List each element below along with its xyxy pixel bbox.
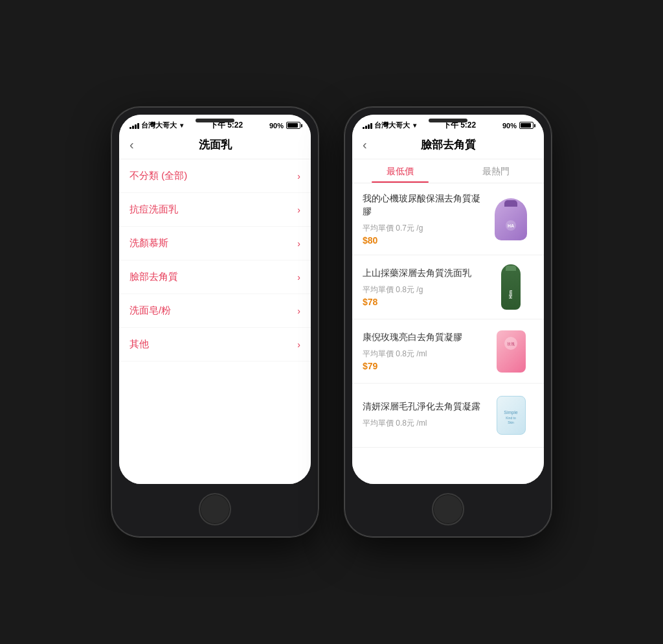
category-name: 不分類 (全部) xyxy=(129,170,187,182)
product-image-2: Him xyxy=(488,264,534,310)
back-button-1[interactable]: ‹ xyxy=(129,137,149,152)
status-right-1: 90% xyxy=(269,122,300,130)
svg-text:Skin: Skin xyxy=(508,420,514,424)
category-list: 不分類 (全部) › 抗痘洗面乳 › 洗顏慕斯 › 臉部去角質 › 洗面皂/粉 … xyxy=(119,159,311,484)
category-arrow: › xyxy=(297,306,300,316)
category-arrow: › xyxy=(297,171,300,181)
product-info: 康倪玫瑰亮白去角質凝膠 平均單價 0.8元 /ml $79 xyxy=(363,331,480,372)
product-price: $78 xyxy=(363,297,480,307)
battery-icon-1 xyxy=(286,122,300,129)
phone-2: 台灣大哥大 ▾ 下午 5:22 90% ‹ 臉部去角質 最低價 最熱門 xyxy=(344,107,552,537)
product-unit: 平均單價 0.8元 /g xyxy=(363,284,480,295)
product-unit: 平均單價 0.8元 /ml xyxy=(363,418,480,429)
svg-text:玫瑰: 玫瑰 xyxy=(507,342,515,346)
time-2: 下午 5:22 xyxy=(443,120,476,131)
category-name: 洗顏慕斯 xyxy=(129,237,168,249)
status-bar-1: 台灣大哥大 ▾ 下午 5:22 90% xyxy=(119,115,311,133)
product-thumbnail-white: Simple Kind to Skin xyxy=(497,396,526,435)
product-thumbnail-green: Him xyxy=(501,264,521,310)
status-left-2: 台灣大哥大 ▾ xyxy=(363,121,416,130)
product-thumbnail-purple: HA xyxy=(495,198,527,240)
wifi-icon-2: ▾ xyxy=(413,122,416,129)
product-item[interactable]: 清妍深層毛孔淨化去角質凝露 平均單價 0.8元 /ml Simple Kind … xyxy=(352,384,544,448)
category-name: 洗面皂/粉 xyxy=(129,305,171,317)
product-info: 清妍深層毛孔淨化去角質凝露 平均單價 0.8元 /ml xyxy=(363,400,480,431)
category-name: 臉部去角質 xyxy=(129,271,178,283)
nav-title-1: 洗面乳 xyxy=(149,137,281,152)
category-item[interactable]: 其他 › xyxy=(119,328,311,362)
product-name: 清妍深層毛孔淨化去角質凝露 xyxy=(363,400,480,413)
phone-2-screen: 台灣大哥大 ▾ 下午 5:22 90% ‹ 臉部去角質 最低價 最熱門 xyxy=(352,115,544,484)
carrier-2: 台灣大哥大 xyxy=(374,121,410,130)
home-button-1[interactable] xyxy=(199,493,231,525)
tab-lowest-price[interactable]: 最低價 xyxy=(352,159,448,183)
product-name: 上山採藥深層去角質洗面乳 xyxy=(363,267,480,280)
tab-bar: 最低價 最熱門 xyxy=(352,159,544,183)
phone-1: 台灣大哥大 ▾ 下午 5:22 90% ‹ 洗面乳 不分類 (全部) › xyxy=(111,107,319,537)
product-image-4: Simple Kind to Skin xyxy=(488,393,534,438)
product-price: $80 xyxy=(363,235,480,246)
time-1: 下午 5:22 xyxy=(210,120,243,131)
product-name: 我的心機玻尿酸保濕去角質凝膠 xyxy=(363,192,480,218)
product-unit: 平均單價 0.7元 /g xyxy=(363,223,480,234)
svg-text:HA: HA xyxy=(508,224,514,228)
category-item[interactable]: 洗面皂/粉 › xyxy=(119,294,311,328)
category-item[interactable]: 臉部去角質 › xyxy=(119,260,311,294)
category-item[interactable]: 洗顏慕斯 › xyxy=(119,227,311,260)
nav-title-2: 臉部去角質 xyxy=(382,137,514,152)
status-left-1: 台灣大哥大 ▾ xyxy=(129,121,183,130)
carrier-1: 台灣大哥大 xyxy=(141,121,177,130)
category-name: 其他 xyxy=(129,338,149,351)
product-unit: 平均單價 0.8元 /ml xyxy=(363,349,480,360)
nav-bar-1: ‹ 洗面乳 xyxy=(119,133,311,159)
battery-percent-2: 90% xyxy=(502,122,517,130)
product-image-3: 玫瑰 xyxy=(488,328,534,374)
category-item[interactable]: 抗痘洗面乳 › xyxy=(119,193,311,227)
tab-most-popular[interactable]: 最熱門 xyxy=(448,159,544,183)
category-item[interactable]: 不分類 (全部) › xyxy=(119,159,311,193)
product-price: $79 xyxy=(363,361,480,371)
signal-icon xyxy=(129,122,139,129)
category-name: 抗痘洗面乳 xyxy=(129,203,178,216)
category-arrow: › xyxy=(297,339,300,350)
wifi-icon: ▾ xyxy=(180,122,183,129)
product-thumbnail-pink: 玫瑰 xyxy=(497,330,526,373)
product-list: 我的心機玻尿酸保濕去角質凝膠 平均單價 0.7元 /g $80 HA xyxy=(352,183,544,484)
product-image-1: HA xyxy=(488,196,534,242)
product-item[interactable]: 我的心機玻尿酸保濕去角質凝膠 平均單價 0.7元 /g $80 HA xyxy=(352,183,544,255)
battery-icon-2 xyxy=(519,122,534,129)
back-button-2[interactable]: ‹ xyxy=(363,137,382,152)
status-bar-2: 台灣大哥大 ▾ 下午 5:22 90% xyxy=(352,115,544,133)
phone-1-screen: 台灣大哥大 ▾ 下午 5:22 90% ‹ 洗面乳 不分類 (全部) › xyxy=(119,115,311,484)
product-info: 上山採藥深層去角質洗面乳 平均單價 0.8元 /g $78 xyxy=(363,267,480,308)
svg-text:Kind to: Kind to xyxy=(506,416,516,420)
battery-percent-1: 90% xyxy=(269,122,284,130)
svg-text:Simple: Simple xyxy=(504,410,518,415)
product-item[interactable]: 康倪玫瑰亮白去角質凝膠 平均單價 0.8元 /ml $79 玫瑰 xyxy=(352,319,544,384)
status-right-2: 90% xyxy=(502,122,534,130)
category-arrow: › xyxy=(297,238,300,249)
product-item[interactable]: 上山採藥深層去角質洗面乳 平均單價 0.8元 /g $78 Him xyxy=(352,255,544,319)
category-arrow: › xyxy=(297,205,300,215)
product-info: 我的心機玻尿酸保濕去角質凝膠 平均單價 0.7元 /g $80 xyxy=(363,192,480,246)
home-button-2[interactable] xyxy=(432,493,464,525)
signal-icon-2 xyxy=(363,122,372,129)
product-name: 康倪玫瑰亮白去角質凝膠 xyxy=(363,331,480,344)
category-arrow: › xyxy=(297,272,300,282)
nav-bar-2: ‹ 臉部去角質 xyxy=(352,133,544,159)
